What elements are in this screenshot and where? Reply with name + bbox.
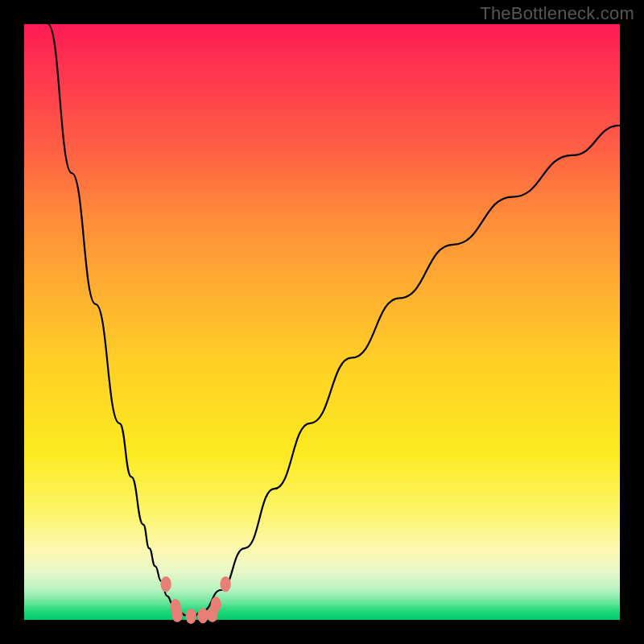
- curve-svg: [24, 24, 620, 620]
- data-marker: [186, 609, 196, 624]
- data-marker: [172, 607, 183, 622]
- curve-left-branch: [48, 24, 192, 618]
- data-marker: [160, 576, 171, 592]
- plot-area: [24, 24, 620, 620]
- watermark-text: TheBottleneck.com: [480, 3, 634, 24]
- data-marker: [211, 597, 221, 612]
- data-marker: [197, 608, 208, 623]
- data-marker: [220, 576, 230, 592]
- marker-group: [160, 576, 230, 624]
- chart-frame: TheBottleneck.com: [0, 0, 644, 644]
- curve-right-branch: [191, 126, 620, 618]
